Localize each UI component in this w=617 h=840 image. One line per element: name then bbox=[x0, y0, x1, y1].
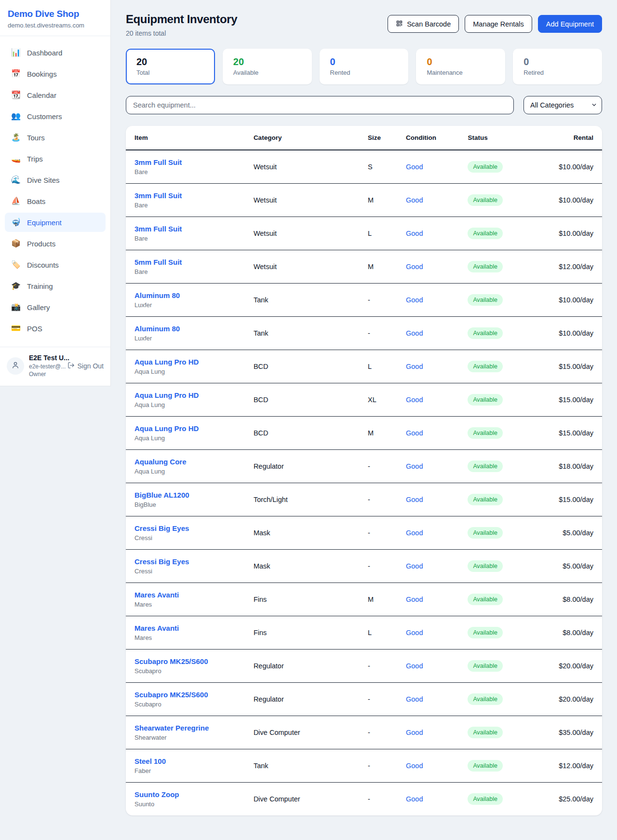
status-badge: Available bbox=[468, 294, 503, 306]
condition-link[interactable]: Good bbox=[406, 196, 423, 204]
sidebar-item-discounts[interactable]: 🏷️ Discounts bbox=[5, 255, 106, 274]
condition-link[interactable]: Good bbox=[406, 529, 423, 537]
item-name-link[interactable]: Aqua Lung Pro HD bbox=[134, 358, 246, 366]
sidebar-item-label: Training bbox=[27, 282, 53, 290]
sign-out-button[interactable]: Sign Out bbox=[67, 362, 104, 370]
gallery-icon: 📸 bbox=[11, 303, 21, 311]
condition-link[interactable]: Good bbox=[406, 329, 423, 337]
item-name-link[interactable]: Cressi Big Eyes bbox=[134, 557, 246, 566]
sidebar-item-pos[interactable]: 💳 POS bbox=[5, 319, 106, 338]
condition-link[interactable]: Good bbox=[406, 462, 423, 470]
item-name-link[interactable]: BigBlue AL1200 bbox=[134, 491, 246, 499]
sidebar-item-customers[interactable]: 👥 Customers bbox=[5, 107, 106, 126]
category-select[interactable]: All Categories bbox=[523, 96, 602, 114]
add-equipment-button[interactable]: Add Equipment bbox=[538, 15, 602, 33]
item-name-link[interactable]: Aqua Lung Pro HD bbox=[134, 424, 246, 433]
item-name-link[interactable]: Shearwater Peregrine bbox=[134, 724, 246, 732]
item-rental: $10.00/day bbox=[540, 217, 602, 250]
sidebar-item-gallery[interactable]: 📸 Gallery bbox=[5, 298, 106, 317]
trips-icon: 🚤 bbox=[11, 155, 21, 163]
item-category: Torch/Light bbox=[250, 483, 364, 516]
status-badge: Available bbox=[468, 727, 503, 738]
status-badge: Available bbox=[468, 161, 503, 173]
sidebar-item-label: Equipment bbox=[27, 218, 62, 227]
item-name-link[interactable]: 3mm Full Suit bbox=[134, 158, 246, 166]
item-name-link[interactable]: Cressi Big Eyes bbox=[134, 524, 246, 532]
condition-link[interactable]: Good bbox=[406, 596, 423, 603]
item-rental: $10.00/day bbox=[540, 150, 602, 184]
condition-link[interactable]: Good bbox=[406, 163, 423, 171]
stat-card-total[interactable]: 20 Total bbox=[126, 49, 215, 84]
item-name-link[interactable]: Aluminum 80 bbox=[134, 291, 246, 299]
item-name-link[interactable]: 3mm Full Suit bbox=[134, 225, 246, 233]
status-badge: Available bbox=[468, 527, 503, 539]
sidebar-item-label: Tours bbox=[27, 134, 45, 142]
item-name-link[interactable]: Scubapro MK25/S600 bbox=[134, 691, 246, 699]
item-brand: Mares bbox=[134, 634, 246, 641]
sidebar-item-dive-sites[interactable]: 🌊 Dive Sites bbox=[5, 170, 106, 190]
bookings-icon: 📅 bbox=[11, 70, 21, 78]
item-category: Wetsuit bbox=[250, 184, 364, 217]
item-name-link[interactable]: Aqua Lung Pro HD bbox=[134, 391, 246, 399]
condition-link[interactable]: Good bbox=[406, 795, 423, 803]
sidebar-item-equipment[interactable]: 🤿 Equipment bbox=[5, 213, 106, 232]
item-brand: Aqua Lung bbox=[134, 434, 246, 442]
condition-link[interactable]: Good bbox=[406, 729, 423, 736]
sidebar-item-training[interactable]: 🎓 Training bbox=[5, 276, 106, 296]
logout-icon bbox=[67, 362, 75, 370]
stat-card-available[interactable]: 20 Available bbox=[223, 49, 312, 84]
scan-barcode-button[interactable]: Scan Barcode bbox=[388, 15, 459, 33]
sidebar-item-products[interactable]: 📦 Products bbox=[5, 234, 106, 253]
item-brand: BigBlue bbox=[134, 501, 246, 508]
condition-link[interactable]: Good bbox=[406, 363, 423, 370]
condition-link[interactable]: Good bbox=[406, 296, 423, 304]
condition-link[interactable]: Good bbox=[406, 662, 423, 670]
item-name-link[interactable]: Steel 100 bbox=[134, 757, 246, 765]
search-input[interactable] bbox=[126, 96, 514, 114]
stat-card-retired[interactable]: 0 Retired bbox=[513, 49, 602, 84]
item-name-link[interactable]: Mares Avanti bbox=[134, 624, 246, 632]
stat-card-maintenance[interactable]: 0 Maintenance bbox=[416, 49, 505, 84]
item-category: BCD bbox=[250, 383, 364, 417]
condition-link[interactable]: Good bbox=[406, 562, 423, 570]
user-name: E2E Test U... bbox=[29, 354, 63, 362]
sidebar-item-trips[interactable]: 🚤 Trips bbox=[5, 149, 106, 168]
sidebar-item-tours[interactable]: 🏝️ Tours bbox=[5, 128, 106, 147]
sidebar-item-calendar[interactable]: 📆 Calendar bbox=[5, 85, 106, 105]
sidebar-item-dashboard[interactable]: 📊 Dashboard bbox=[5, 43, 106, 62]
item-name-link[interactable]: 3mm Full Suit bbox=[134, 191, 246, 200]
condition-link[interactable]: Good bbox=[406, 230, 423, 237]
sidebar: Demo Dive Shop demo.test.divestreams.com… bbox=[0, 0, 111, 386]
item-category: Regulator bbox=[250, 683, 364, 716]
main-content: Equipment Inventory 20 items total Scan … bbox=[111, 0, 617, 830]
table-row: Aluminum 80 Luxfer Tank - Good Available… bbox=[126, 317, 602, 350]
manage-rentals-button[interactable]: Manage Rentals bbox=[465, 15, 532, 33]
table-row: 3mm Full Suit Bare Wetsuit S Good Availa… bbox=[126, 150, 602, 184]
table-row: Aqua Lung Pro HD Aqua Lung BCD M Good Av… bbox=[126, 417, 602, 450]
status-badge: Available bbox=[468, 327, 503, 339]
condition-link[interactable]: Good bbox=[406, 429, 423, 437]
condition-link[interactable]: Good bbox=[406, 629, 423, 637]
condition-link[interactable]: Good bbox=[406, 496, 423, 503]
sidebar-item-label: Boats bbox=[27, 197, 45, 205]
sidebar-item-bookings[interactable]: 📅 Bookings bbox=[5, 64, 106, 83]
table-row: Aqua Lung Pro HD Aqua Lung BCD XL Good A… bbox=[126, 383, 602, 417]
item-name-link[interactable]: Aqualung Core bbox=[134, 458, 246, 466]
item-name-link[interactable]: 5mm Full Suit bbox=[134, 258, 246, 266]
condition-link[interactable]: Good bbox=[406, 263, 423, 271]
sidebar-item-label: Dive Sites bbox=[27, 176, 60, 184]
user-info: E2E Test U... e2e-tester@... Owner bbox=[29, 354, 63, 378]
item-name-link[interactable]: Aluminum 80 bbox=[134, 325, 246, 333]
sidebar-item-boats[interactable]: ⛵ Boats bbox=[5, 191, 106, 211]
sidebar-item-label: Gallery bbox=[27, 303, 50, 312]
item-size: - bbox=[364, 483, 402, 516]
item-name-link[interactable]: Mares Avanti bbox=[134, 591, 246, 599]
condition-link[interactable]: Good bbox=[406, 396, 423, 404]
item-size: M bbox=[364, 417, 402, 450]
condition-link[interactable]: Good bbox=[406, 762, 423, 770]
item-rental: $12.00/day bbox=[540, 250, 602, 284]
item-name-link[interactable]: Scubapro MK25/S600 bbox=[134, 657, 246, 665]
item-name-link[interactable]: Suunto Zoop bbox=[134, 790, 246, 799]
stat-card-rented[interactable]: 0 Rented bbox=[320, 49, 409, 84]
condition-link[interactable]: Good bbox=[406, 695, 423, 703]
